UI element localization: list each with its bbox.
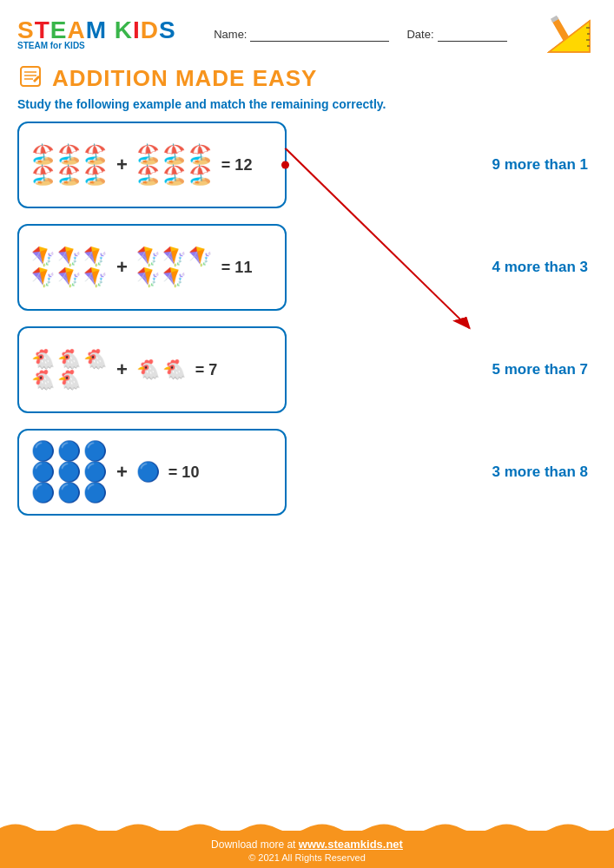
logo-i: I xyxy=(133,16,141,43)
footer-copyright: © 2021 All Rights Reserved xyxy=(0,852,614,863)
left-items-3: 🐔 🐔 🐔 🐔 🐔 xyxy=(31,350,108,390)
left-items-1: 🏖️ 🏖️ 🏖️ 🏖️ 🏖️ 🏖️ xyxy=(31,145,108,185)
date-underline xyxy=(438,28,507,42)
header: STEAM KIDS STEAM for KIDS Name: Date: xyxy=(0,0,614,62)
ruler-icon xyxy=(536,10,597,58)
match-label-4: 3 more than 8 xyxy=(458,464,597,481)
name-date-area: Name: Date: xyxy=(176,28,536,42)
match-label-2: 4 more than 3 xyxy=(458,259,597,276)
logo-subtext: STEAM for KIDS xyxy=(17,41,85,50)
exercise-box-1: 🏖️ 🏖️ 🏖️ 🏖️ 🏖️ 🏖️ + 🏖️ 🏖️ 🏖️ 🏖️ 🏖️ 🏖️ = … xyxy=(17,122,287,208)
date-label: Date: xyxy=(406,28,433,41)
exercise-row-1: 🏖️ 🏖️ 🏖️ 🏖️ 🏖️ 🏖️ + 🏖️ 🏖️ 🏖️ 🏖️ 🏖️ 🏖️ = … xyxy=(17,122,597,208)
logo-text: STEAM KIDS xyxy=(17,18,176,43)
logo-a: A xyxy=(67,16,85,43)
content-area: 🏖️ 🏖️ 🏖️ 🏖️ 🏖️ 🏖️ + 🏖️ 🏖️ 🏖️ 🏖️ 🏖️ 🏖️ = … xyxy=(0,118,614,519)
left-items-2: 🪁 🪁 🪁 🪁 🪁 🪁 xyxy=(31,247,108,287)
right-items-2: 🪁 🪁 🪁 🪁 🪁 xyxy=(136,247,213,287)
plus-sign-1: + xyxy=(113,154,131,176)
date-field-area: Date: xyxy=(406,28,506,42)
plus-sign-3: + xyxy=(113,358,131,381)
logo-k: K xyxy=(115,16,133,43)
name-underline xyxy=(250,28,389,42)
name-label: Name: xyxy=(214,28,247,41)
exercise-box-2: 🪁 🪁 🪁 🪁 🪁 🪁 + 🪁 🪁 🪁 🪁 🪁 = 11 xyxy=(17,224,287,311)
result-3: = 7 xyxy=(195,361,218,379)
left-items-4: 🔵 🔵 🔵 🔵 🔵 🔵 🔵 🔵 🔵 xyxy=(31,442,108,503)
match-label-3: 5 more than 7 xyxy=(458,361,597,378)
footer: Download more at www.steamkids.net © 202… xyxy=(0,831,614,868)
exercise-row-2: 🪁 🪁 🪁 🪁 🪁 🪁 + 🪁 🪁 🪁 🪁 🪁 = 11 4 more than… xyxy=(17,224,597,311)
logo-s2: S xyxy=(159,16,176,43)
logo-d: D xyxy=(141,16,159,43)
svg-rect-10 xyxy=(21,67,40,86)
logo-m: M xyxy=(86,16,107,43)
exercise-row-4: 🔵 🔵 🔵 🔵 🔵 🔵 🔵 🔵 🔵 + 🔵 = 10 3 more than 8 xyxy=(17,429,597,516)
name-field-area: Name: xyxy=(214,28,389,42)
title-area: ADDITION MADE EASY xyxy=(0,62,614,97)
logo-e: E xyxy=(50,16,68,43)
exercise-row-3: 🐔 🐔 🐔 🐔 🐔 + 🐔 🐔 = 7 5 more than 7 xyxy=(17,326,597,413)
exercise-box-3: 🐔 🐔 🐔 🐔 🐔 + 🐔 🐔 = 7 xyxy=(17,326,287,413)
page-title: ADDITION MADE EASY xyxy=(52,65,317,92)
logo-s: S xyxy=(17,16,35,43)
match-label-1: 9 more than 1 xyxy=(458,156,597,174)
result-1: = 12 xyxy=(221,156,253,174)
result-2: = 11 xyxy=(221,259,253,277)
logo-area: STEAM KIDS STEAM for KIDS xyxy=(17,18,176,50)
logo-t: T xyxy=(35,16,50,43)
pencil-notebook-icon xyxy=(17,63,43,94)
arrow-dot-1 xyxy=(281,161,289,169)
plus-sign-2: + xyxy=(113,256,131,279)
exercise-box-4: 🔵 🔵 🔵 🔵 🔵 🔵 🔵 🔵 🔵 + 🔵 = 10 xyxy=(17,429,287,516)
footer-website-link[interactable]: www.steamkids.net xyxy=(299,838,403,851)
page-subtitle: Study the following example and match th… xyxy=(0,97,614,118)
footer-download-text: Download more at www.steamkids.net xyxy=(0,838,614,851)
plus-sign-4: + xyxy=(113,461,131,483)
right-items-3: 🐔 🐔 xyxy=(136,360,187,379)
right-items-1: 🏖️ 🏖️ 🏖️ 🏖️ 🏖️ 🏖️ xyxy=(136,145,213,185)
footer-wave-icon xyxy=(0,820,614,836)
right-items-4: 🔵 xyxy=(136,463,160,482)
result-4: = 10 xyxy=(168,464,200,482)
